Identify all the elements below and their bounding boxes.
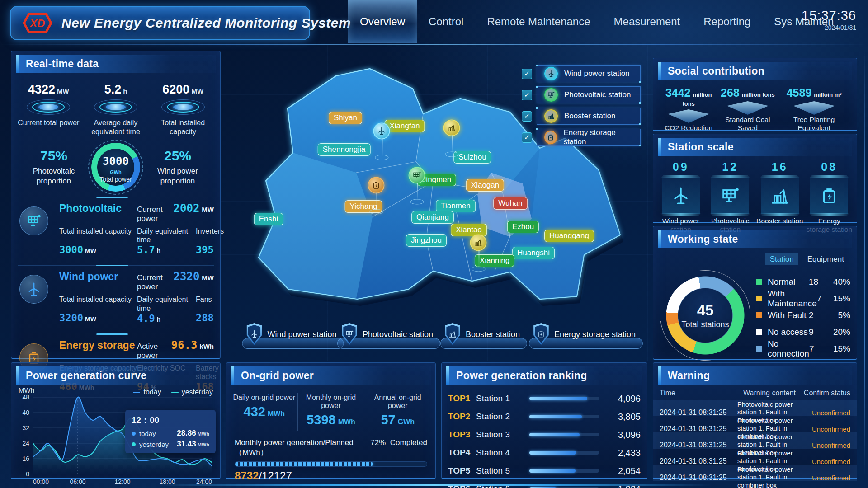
city-label-huangshi[interactable]: Huangshi (512, 247, 555, 259)
warning-panel-title: Warning (668, 370, 710, 382)
ongrid-stat-label: Annual on-grid power (364, 394, 431, 410)
rank-badge: TOP5 (448, 466, 476, 476)
layer-legend-box: Photovoltaic station (537, 86, 641, 103)
city-label-xianning[interactable]: Xianning (475, 254, 514, 267)
warning-status: Unconfirmed (803, 441, 850, 449)
city-label-jingzhou[interactable]: Jingzhou (406, 234, 447, 247)
layer-toggle-energy-storage-station[interactable]: ✓Energy storage station (522, 129, 641, 146)
station-scale-panel: Station scale 09Wind power station12Phot… (653, 134, 857, 223)
map-badge-label: Photovoltaic station (363, 330, 433, 339)
city-label-suizhou[interactable]: Suizhou (453, 151, 491, 164)
layer-label: Booster station (564, 112, 615, 121)
pedestal-icon (668, 109, 709, 123)
city-label-xiantao[interactable]: Xiantao (451, 224, 487, 236)
glow-ring-icon (27, 99, 70, 115)
glow-ring-icon (161, 99, 205, 115)
state-legend-row: No access920% (756, 324, 850, 340)
checkbox-checked-icon[interactable]: ✓ (522, 90, 532, 100)
city-label-tianmen[interactable]: Tianmen (436, 200, 476, 212)
section-title: Photovoltaic (59, 202, 137, 215)
booster-station-marker[interactable] (443, 120, 460, 136)
svg-text:40: 40 (22, 409, 29, 416)
ongrid-stat: Annual on-grid power57GWh (364, 393, 431, 431)
warning-time: 2024-01-31 08:31:25 (660, 425, 736, 433)
xd-logo-icon: XD (23, 12, 52, 34)
ongrid-stat-value: 57GWh (364, 413, 431, 427)
city-label-wuhan[interactable]: Wuhan (493, 197, 528, 210)
svg-text:XD: XD (29, 17, 45, 29)
ranking-bar (529, 451, 599, 455)
station-scale-panel-title: Station scale (668, 141, 734, 153)
checkbox-checked-icon[interactable]: ✓ (522, 69, 532, 79)
main-nav: OverviewControlRemote MaintenanceMeasure… (348, 0, 845, 43)
metric-label: Total installed capacity (59, 227, 137, 244)
social-item: 4589milloin m³Tree Planting Equivalent (778, 86, 849, 132)
realtime-stat: 6200MWTotal installed capacity (149, 83, 217, 136)
nav-item-measurement[interactable]: Measurement (602, 0, 692, 43)
ranking-row: TOP4Station 42,433 (448, 446, 641, 460)
warning-time: 2024-01-31 08:31:25 (660, 441, 736, 449)
station-scale-label: Booster station (756, 217, 803, 225)
svg-text:24: 24 (22, 440, 29, 447)
wind-station-marker[interactable] (373, 123, 390, 140)
city-label-enshi[interactable]: Enshi (254, 213, 283, 225)
wind-proportion-value: 25% (149, 148, 207, 164)
warning-status: Unconfirmed (803, 458, 850, 465)
warning-row: 2024-01-31 08:31:25Photovoltaic power st… (653, 432, 857, 449)
progress-percent: 72% Completed (370, 438, 427, 458)
layer-toggle-photovoltaic-station[interactable]: ✓Photovoltaic station (522, 86, 641, 103)
social-item-label: Tree Planting Equivalent (778, 116, 849, 132)
warning-column-header: Confirm status (803, 389, 850, 397)
state-count: 18 (809, 277, 827, 287)
working-state-donut: 45 Total stations (665, 275, 745, 356)
right-edge-glow (864, 50, 865, 476)
storage-station-marker[interactable] (368, 177, 385, 194)
nav-item-remote-maintenance[interactable]: Remote Maintenance (475, 0, 602, 43)
map[interactable]: ShiyanXiangfanShennongjiaSuizhouJingmenX… (221, 45, 653, 361)
warning-table-header: TimeWarning contentConfirm status (653, 385, 857, 400)
layer-toggle-booster-station[interactable]: ✓Booster station (522, 108, 641, 125)
station-name: Station 4 (476, 448, 529, 458)
map-badge-photovoltaic-station: Photovoltaic station (337, 324, 440, 348)
tab-equipment[interactable]: Equipment (803, 253, 849, 265)
current-power-unit: MW (202, 206, 214, 213)
nav-item-overview[interactable]: Overview (348, 0, 417, 43)
city-label-huanggang[interactable]: Huanggang (544, 230, 594, 242)
tab-station[interactable]: Station (765, 253, 798, 265)
metric-label: Daily equivalent time (137, 227, 196, 244)
gauge-value: 3000 (103, 155, 129, 168)
svg-text:48: 48 (22, 394, 29, 401)
nav-item-control[interactable]: Control (417, 0, 475, 43)
city-label-xiangfan[interactable]: Xiangfan (384, 120, 425, 132)
layer-toggle-wind-power-station[interactable]: ✓Wind power station (522, 65, 641, 82)
city-label-shiyan[interactable]: Shiyan (329, 112, 362, 124)
realtime-panel-title: Real-time data (26, 58, 99, 70)
legend-color-square (756, 279, 762, 285)
checkbox-checked-icon[interactable]: ✓ (522, 132, 532, 143)
working-state-panel: Working state StationEquipment 45 Total … (653, 226, 857, 360)
city-label-xiaogan[interactable]: Xiaogan (466, 179, 504, 192)
pv-proportion-label: Photovoltaic proportion (25, 166, 83, 186)
checkbox-checked-icon[interactable]: ✓ (522, 111, 532, 122)
city-label-qianjiang[interactable]: Qianjiang (411, 211, 454, 224)
solar-panel-shield-icon (340, 323, 359, 345)
ongrid-stat-value: 5398MWh (298, 413, 364, 427)
curve-panel-title: Power generation curve (26, 370, 146, 382)
city-label-shennongjia[interactable]: Shennongjia (318, 143, 371, 156)
station-name: Station 3 (476, 430, 529, 440)
tooltip-series-row: yesterday31.43MWh (132, 440, 209, 449)
metric: Daily equivalent time4.9h (137, 295, 196, 324)
nav-item-reporting[interactable]: Reporting (692, 0, 762, 43)
ranking-value: 2,433 (605, 448, 641, 458)
realtime-stat: 5.2hAverage daily equivalent time (82, 83, 150, 136)
booster-station-marker[interactable] (470, 235, 487, 251)
total-power-gauge: 3000 GWh Total power (91, 143, 140, 192)
legend-color-square (756, 346, 762, 352)
ranking-bar (529, 433, 599, 436)
tooltip-series-row: today28.86MWh (132, 429, 209, 438)
pedestal-icon (727, 101, 769, 115)
state-count: 7 (809, 344, 827, 354)
city-label-ezhou[interactable]: Ezhou (507, 221, 539, 233)
pv-station-marker[interactable] (409, 167, 425, 184)
pv-proportion-value: 75% (25, 148, 83, 164)
